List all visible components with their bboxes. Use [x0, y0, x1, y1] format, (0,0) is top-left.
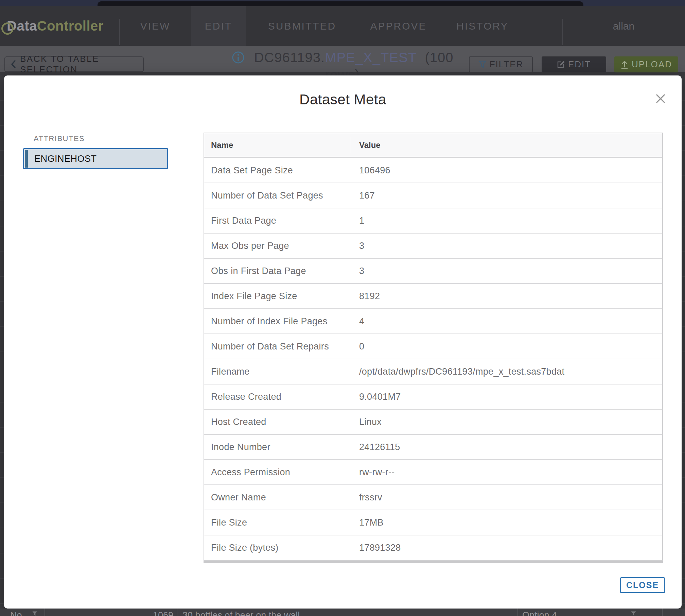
table-row: Data Set Page Size106496: [204, 157, 662, 183]
close-icon[interactable]: [654, 92, 667, 105]
row-value: 17MB: [359, 517, 662, 528]
column-header-value: Value: [359, 140, 662, 150]
modal-title: Dataset Meta: [4, 91, 682, 108]
row-name: Release Created: [204, 392, 359, 402]
column-header-name: Name: [204, 140, 359, 150]
table-row: Release Created9.0401M7: [204, 384, 662, 409]
bg-option-cell: Option 4: [522, 610, 557, 616]
row-name: Number of Data Set Repairs: [204, 341, 359, 352]
row-value: /opt/data/dwpfrs/DC961193/mpe_x_test.sas…: [359, 366, 662, 377]
row-value: 3: [359, 241, 662, 251]
row-name: Host Created: [204, 417, 359, 427]
attributes-label: ATTRIBUTES: [34, 134, 85, 143]
row-name: Max Obs per Page: [204, 241, 359, 251]
header-column-divider: [350, 137, 350, 153]
table-row: Filename/opt/data/dwpfrs/DC961193/mpe_x_…: [204, 359, 662, 384]
table-row: Max Obs per Page3: [204, 233, 662, 258]
row-value: Linux: [359, 417, 662, 427]
close-button[interactable]: CLOSE: [620, 577, 665, 593]
table-row: Number of Data Set Repairs0: [204, 333, 662, 359]
bg-column-divider: [517, 609, 518, 616]
table-row: Inode Number24126115: [204, 434, 662, 459]
logo-icon: [1, 22, 14, 35]
filter-button-label: FILTER: [490, 59, 524, 70]
bg-filter-icon: [631, 611, 636, 616]
navbar: DataController VIEW EDIT SUBMITTED APPRO…: [0, 6, 685, 46]
bg-column-divider: [662, 609, 663, 616]
row-name: Index File Page Size: [204, 291, 359, 302]
upload-arrow-icon: [620, 60, 629, 69]
attribute-selected-stripe: [25, 150, 28, 168]
user-menu[interactable]: allan: [562, 6, 685, 46]
nav-separator: [527, 19, 527, 45]
nav-tab-edit[interactable]: EDIT: [191, 6, 246, 46]
row-value: 106496: [359, 165, 662, 176]
table-row: File Size (bytes)17891328: [204, 535, 662, 560]
backdrop-right: [682, 75, 685, 616]
backdrop-left: [0, 75, 4, 616]
table-row: Number of Index File Pages4: [204, 308, 662, 333]
attribute-item-enginehost[interactable]: ENGINEHOST: [23, 148, 168, 169]
table-row: File Size17MB: [204, 510, 662, 535]
row-value: 8192: [359, 291, 662, 302]
browser-active-tab[interactable]: [98, 1, 583, 6]
table-row: Obs in First Data Page3: [204, 258, 662, 283]
edit-button[interactable]: EDIT: [542, 56, 606, 72]
row-value: 9.0401M7: [359, 392, 662, 402]
row-name: Inode Number: [204, 442, 359, 452]
title-row-count-line1: (100: [425, 50, 453, 65]
row-value: 0: [359, 341, 662, 352]
table-row: Number of Data Set Pages167: [204, 183, 662, 208]
nav-tab-approve[interactable]: APPROVE: [358, 6, 438, 46]
bg-number-cell: 1069: [152, 610, 173, 616]
bg-filter-icon: [32, 611, 38, 616]
attribute-item-label: ENGINEHOST: [24, 154, 97, 164]
row-value: 167: [359, 190, 662, 201]
bg-col-no: No: [10, 610, 22, 616]
app-logo[interactable]: DataController: [7, 6, 104, 46]
row-name: Number of Index File Pages: [204, 316, 359, 327]
nav-tab-submitted[interactable]: SUBMITTED: [246, 6, 358, 46]
table-row: Index File Page Size8192: [204, 283, 662, 308]
row-name: Filename: [204, 366, 359, 377]
row-name: Owner Name: [204, 492, 359, 503]
bg-column-divider: [177, 609, 177, 616]
logo-part2: Controller: [37, 18, 104, 34]
browser-tab-strip: [0, 0, 685, 6]
title-row-count: [417, 50, 425, 65]
background-table-row: No 1069 30 bottles of beer on the wall O…: [0, 609, 685, 616]
row-name: Data Set Page Size: [204, 165, 359, 176]
title-table-name: MPE_X_TEST: [325, 50, 417, 65]
table-row: First Data Page1: [204, 208, 662, 233]
row-value: 4: [359, 316, 662, 327]
filter-funnel-icon: [478, 61, 487, 69]
nav-tab-view[interactable]: VIEW: [119, 6, 191, 46]
row-value: frssrv: [359, 492, 662, 503]
nav-tab-history[interactable]: HISTORY: [438, 6, 527, 46]
row-value: 3: [359, 266, 662, 276]
filter-button[interactable]: FILTER: [469, 56, 533, 72]
title-libref: DC961193.: [254, 50, 325, 65]
table-row: Access Permissionrw-rw-r--: [204, 459, 662, 484]
row-name: File Size: [204, 517, 359, 528]
row-name: Number of Data Set Pages: [204, 190, 359, 201]
edit-pencil-icon: [557, 61, 565, 69]
row-name: Obs in First Data Page: [204, 266, 359, 276]
row-value: 1: [359, 216, 662, 226]
meta-table-rows: Data Set Page Size106496Number of Data S…: [204, 157, 662, 560]
table-horizontal-scrollbar[interactable]: [204, 561, 663, 563]
table-row: Host CreatedLinux: [204, 409, 662, 434]
row-name: File Size (bytes): [204, 543, 359, 553]
row-name: Access Permission: [204, 467, 359, 478]
meta-table: Name Value Data Set Page Size106496Numbe…: [204, 133, 663, 561]
edit-button-label: EDIT: [568, 59, 591, 70]
app-screen: DataController VIEW EDIT SUBMITTED APPRO…: [0, 0, 685, 616]
info-icon[interactable]: [232, 52, 249, 67]
row-value: 24126115: [359, 442, 662, 452]
dataset-meta-modal: Dataset Meta ATTRIBUTES ENGINEHOST Name …: [4, 75, 682, 609]
upload-button-label: UPLOAD: [632, 59, 672, 70]
row-value: 17891328: [359, 543, 662, 553]
upload-button[interactable]: UPLOAD: [614, 56, 678, 72]
bg-text-cell: 30 bottles of beer on the wall: [182, 610, 300, 616]
row-name: First Data Page: [204, 216, 359, 226]
